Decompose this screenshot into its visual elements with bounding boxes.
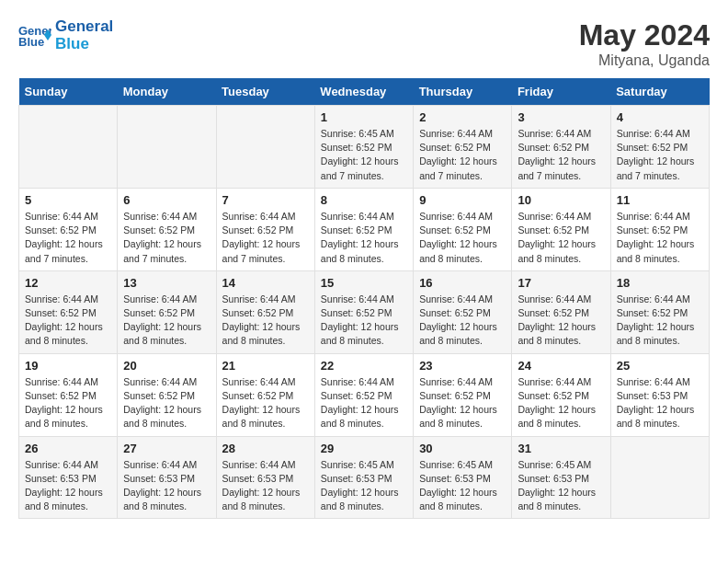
calendar-cell: 30Sunrise: 6:45 AMSunset: 6:53 PMDayligh… bbox=[414, 436, 512, 519]
day-info: Sunrise: 6:44 AMSunset: 6:53 PMDaylight:… bbox=[222, 458, 309, 514]
calendar-cell: 29Sunrise: 6:45 AMSunset: 6:53 PMDayligh… bbox=[314, 436, 413, 519]
calendar-cell: 16Sunrise: 6:44 AMSunset: 6:52 PMDayligh… bbox=[414, 270, 512, 353]
day-number: 3 bbox=[518, 110, 604, 124]
day-number: 9 bbox=[419, 193, 506, 207]
calendar-cell bbox=[19, 106, 118, 189]
calendar-cell: 22Sunrise: 6:44 AMSunset: 6:52 PMDayligh… bbox=[314, 353, 413, 436]
calendar-cell: 15Sunrise: 6:44 AMSunset: 6:52 PMDayligh… bbox=[314, 270, 413, 353]
day-info: Sunrise: 6:44 AMSunset: 6:53 PMDaylight:… bbox=[25, 458, 111, 514]
calendar-cell: 21Sunrise: 6:44 AMSunset: 6:52 PMDayligh… bbox=[216, 353, 314, 436]
day-info: Sunrise: 6:44 AMSunset: 6:52 PMDaylight:… bbox=[25, 293, 111, 349]
day-info: Sunrise: 6:44 AMSunset: 6:53 PMDaylight:… bbox=[617, 375, 703, 431]
page-subtitle: Mityana, Uganda bbox=[579, 52, 710, 69]
calendar-cell: 3Sunrise: 6:44 AMSunset: 6:52 PMDaylight… bbox=[512, 106, 610, 189]
calendar-cell: 5Sunrise: 6:44 AMSunset: 6:52 PMDaylight… bbox=[19, 188, 118, 270]
day-info: Sunrise: 6:44 AMSunset: 6:52 PMDaylight:… bbox=[222, 375, 309, 431]
calendar-cell: 1Sunrise: 6:45 AMSunset: 6:52 PMDaylight… bbox=[314, 106, 413, 189]
calendar-cell: 26Sunrise: 6:44 AMSunset: 6:53 PMDayligh… bbox=[19, 436, 118, 519]
calendar-table: SundayMondayTuesdayWednesdayThursdayFrid… bbox=[18, 78, 710, 519]
day-number: 11 bbox=[617, 193, 703, 207]
day-info: Sunrise: 6:44 AMSunset: 6:52 PMDaylight:… bbox=[123, 210, 210, 266]
day-number: 16 bbox=[419, 276, 506, 290]
logo: General Blue General Blue bbox=[18, 18, 113, 52]
day-info: Sunrise: 6:45 AMSunset: 6:52 PMDaylight:… bbox=[321, 127, 407, 183]
calendar-cell: 7Sunrise: 6:44 AMSunset: 6:52 PMDaylight… bbox=[216, 188, 314, 270]
day-number: 17 bbox=[518, 276, 604, 290]
calendar-cell: 25Sunrise: 6:44 AMSunset: 6:53 PMDayligh… bbox=[610, 353, 709, 436]
week-row-2: 5Sunrise: 6:44 AMSunset: 6:52 PMDaylight… bbox=[19, 188, 710, 270]
header-sunday: Sunday bbox=[19, 78, 118, 106]
calendar-cell: 11Sunrise: 6:44 AMSunset: 6:52 PMDayligh… bbox=[610, 188, 709, 270]
page-header: General Blue General Blue May 2024 Mitya… bbox=[18, 18, 710, 69]
day-number: 20 bbox=[123, 359, 210, 373]
calendar-cell: 9Sunrise: 6:44 AMSunset: 6:52 PMDaylight… bbox=[414, 188, 512, 270]
day-number: 14 bbox=[222, 276, 309, 290]
calendar-cell: 19Sunrise: 6:44 AMSunset: 6:52 PMDayligh… bbox=[19, 353, 118, 436]
day-info: Sunrise: 6:44 AMSunset: 6:52 PMDaylight:… bbox=[321, 293, 407, 349]
week-row-4: 19Sunrise: 6:44 AMSunset: 6:52 PMDayligh… bbox=[19, 353, 710, 436]
calendar-cell: 6Sunrise: 6:44 AMSunset: 6:52 PMDaylight… bbox=[118, 188, 216, 270]
day-number: 28 bbox=[222, 442, 309, 455]
day-number: 13 bbox=[123, 276, 210, 290]
calendar-cell: 10Sunrise: 6:44 AMSunset: 6:52 PMDayligh… bbox=[512, 188, 610, 270]
calendar-cell: 17Sunrise: 6:44 AMSunset: 6:52 PMDayligh… bbox=[512, 270, 610, 353]
week-row-5: 26Sunrise: 6:44 AMSunset: 6:53 PMDayligh… bbox=[19, 436, 710, 519]
header-friday: Friday bbox=[512, 78, 610, 106]
day-info: Sunrise: 6:45 AMSunset: 6:53 PMDaylight:… bbox=[419, 458, 506, 514]
day-number: 23 bbox=[419, 359, 506, 373]
day-info: Sunrise: 6:44 AMSunset: 6:52 PMDaylight:… bbox=[123, 375, 210, 431]
day-info: Sunrise: 6:44 AMSunset: 6:52 PMDaylight:… bbox=[222, 293, 309, 349]
header-tuesday: Tuesday bbox=[216, 78, 314, 106]
day-info: Sunrise: 6:44 AMSunset: 6:52 PMDaylight:… bbox=[25, 375, 111, 431]
week-row-3: 12Sunrise: 6:44 AMSunset: 6:52 PMDayligh… bbox=[19, 270, 710, 353]
day-number: 19 bbox=[25, 359, 111, 373]
day-info: Sunrise: 6:44 AMSunset: 6:52 PMDaylight:… bbox=[419, 293, 506, 349]
calendar-cell: 14Sunrise: 6:44 AMSunset: 6:52 PMDayligh… bbox=[216, 270, 314, 353]
day-info: Sunrise: 6:44 AMSunset: 6:52 PMDaylight:… bbox=[419, 375, 506, 431]
day-number: 31 bbox=[518, 442, 604, 455]
day-number: 8 bbox=[321, 193, 407, 207]
calendar-cell: 27Sunrise: 6:44 AMSunset: 6:53 PMDayligh… bbox=[118, 436, 216, 519]
day-info: Sunrise: 6:44 AMSunset: 6:52 PMDaylight:… bbox=[617, 127, 703, 183]
logo-line2: Blue bbox=[55, 36, 113, 53]
day-number: 6 bbox=[123, 193, 210, 207]
calendar-cell: 2Sunrise: 6:44 AMSunset: 6:52 PMDaylight… bbox=[414, 106, 512, 189]
day-info: Sunrise: 6:44 AMSunset: 6:52 PMDaylight:… bbox=[617, 293, 703, 349]
day-number: 30 bbox=[419, 442, 506, 455]
day-number: 4 bbox=[617, 110, 703, 124]
day-number: 15 bbox=[321, 276, 407, 290]
header-saturday: Saturday bbox=[610, 78, 709, 106]
calendar-cell: 12Sunrise: 6:44 AMSunset: 6:52 PMDayligh… bbox=[19, 270, 118, 353]
day-info: Sunrise: 6:44 AMSunset: 6:52 PMDaylight:… bbox=[419, 210, 506, 266]
day-info: Sunrise: 6:45 AMSunset: 6:53 PMDaylight:… bbox=[518, 458, 604, 514]
day-number: 21 bbox=[222, 359, 309, 373]
day-number: 2 bbox=[419, 110, 506, 124]
day-number: 18 bbox=[617, 276, 703, 290]
day-info: Sunrise: 6:44 AMSunset: 6:52 PMDaylight:… bbox=[123, 293, 210, 349]
day-info: Sunrise: 6:44 AMSunset: 6:52 PMDaylight:… bbox=[617, 210, 703, 266]
calendar-cell: 8Sunrise: 6:44 AMSunset: 6:52 PMDaylight… bbox=[314, 188, 413, 270]
day-info: Sunrise: 6:44 AMSunset: 6:52 PMDaylight:… bbox=[222, 210, 309, 266]
calendar-cell: 20Sunrise: 6:44 AMSunset: 6:52 PMDayligh… bbox=[118, 353, 216, 436]
day-info: Sunrise: 6:44 AMSunset: 6:53 PMDaylight:… bbox=[123, 458, 210, 514]
day-number: 10 bbox=[518, 193, 604, 207]
day-info: Sunrise: 6:44 AMSunset: 6:52 PMDaylight:… bbox=[518, 127, 604, 183]
calendar-cell: 31Sunrise: 6:45 AMSunset: 6:53 PMDayligh… bbox=[512, 436, 610, 519]
day-info: Sunrise: 6:44 AMSunset: 6:52 PMDaylight:… bbox=[321, 375, 407, 431]
day-info: Sunrise: 6:44 AMSunset: 6:52 PMDaylight:… bbox=[321, 210, 407, 266]
calendar-cell bbox=[216, 106, 314, 189]
title-block: May 2024 Mityana, Uganda bbox=[579, 18, 710, 69]
svg-text:Blue: Blue bbox=[18, 35, 44, 49]
calendar-header-row: SundayMondayTuesdayWednesdayThursdayFrid… bbox=[19, 78, 710, 106]
header-thursday: Thursday bbox=[414, 78, 512, 106]
day-number: 7 bbox=[222, 193, 309, 207]
day-info: Sunrise: 6:44 AMSunset: 6:52 PMDaylight:… bbox=[25, 210, 111, 266]
page-title: May 2024 bbox=[579, 18, 710, 52]
calendar-cell: 13Sunrise: 6:44 AMSunset: 6:52 PMDayligh… bbox=[118, 270, 216, 353]
day-number: 25 bbox=[617, 359, 703, 373]
day-number: 26 bbox=[25, 442, 111, 455]
calendar-cell bbox=[610, 436, 709, 519]
day-number: 29 bbox=[321, 442, 407, 455]
day-info: Sunrise: 6:44 AMSunset: 6:52 PMDaylight:… bbox=[518, 293, 604, 349]
week-row-1: 1Sunrise: 6:45 AMSunset: 6:52 PMDaylight… bbox=[19, 106, 710, 189]
